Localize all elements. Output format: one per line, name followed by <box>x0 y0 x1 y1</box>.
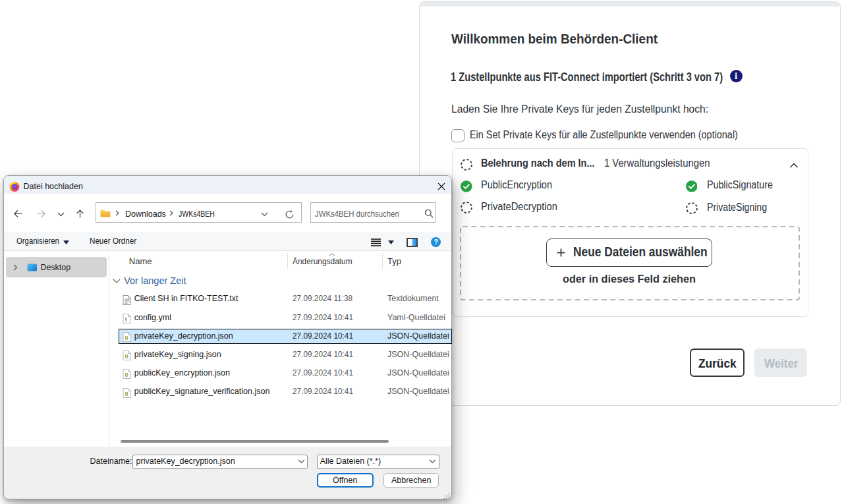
svg-text:0: 0 <box>125 335 128 341</box>
svg-text:!: ! <box>125 316 127 323</box>
svg-text:0: 0 <box>125 390 128 397</box>
svg-text:0: 0 <box>125 353 128 360</box>
svg-text:0: 0 <box>125 372 128 378</box>
